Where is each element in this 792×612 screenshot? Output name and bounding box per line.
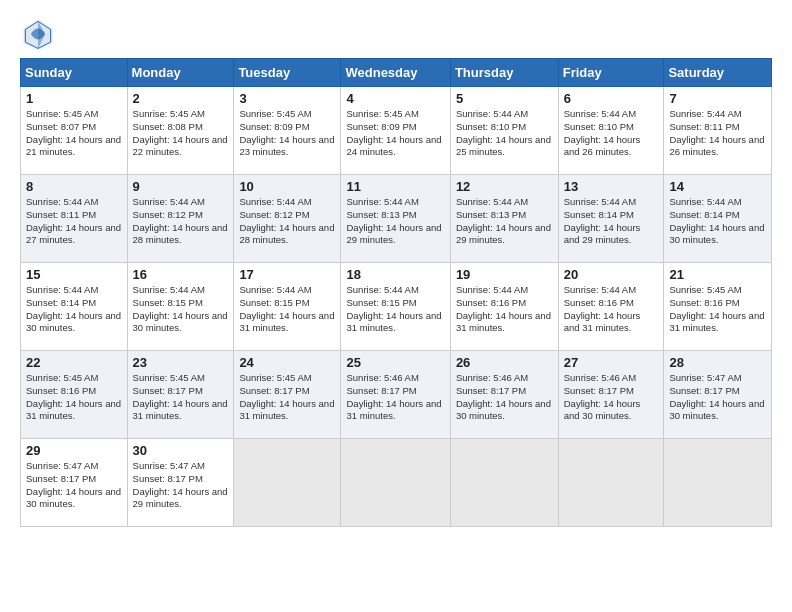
day-number: 19	[456, 267, 553, 282]
calendar-week-4: 22Sunrise: 5:45 AMSunset: 8:16 PMDayligh…	[21, 351, 772, 439]
day-number: 11	[346, 179, 444, 194]
calendar-cell	[341, 439, 450, 527]
day-number: 26	[456, 355, 553, 370]
cell-info: Sunrise: 5:47 AMSunset: 8:17 PMDaylight:…	[26, 460, 121, 509]
calendar-cell: 19Sunrise: 5:44 AMSunset: 8:16 PMDayligh…	[450, 263, 558, 351]
calendar-cell	[450, 439, 558, 527]
calendar-week-5: 29Sunrise: 5:47 AMSunset: 8:17 PMDayligh…	[21, 439, 772, 527]
cell-info: Sunrise: 5:46 AMSunset: 8:17 PMDaylight:…	[456, 372, 551, 421]
calendar-cell: 17Sunrise: 5:44 AMSunset: 8:15 PMDayligh…	[234, 263, 341, 351]
cell-info: Sunrise: 5:45 AMSunset: 8:16 PMDaylight:…	[26, 372, 121, 421]
cell-info: Sunrise: 5:45 AMSunset: 8:09 PMDaylight:…	[239, 108, 334, 157]
calendar-header-wednesday: Wednesday	[341, 59, 450, 87]
calendar-cell: 11Sunrise: 5:44 AMSunset: 8:13 PMDayligh…	[341, 175, 450, 263]
calendar-cell	[558, 439, 664, 527]
cell-info: Sunrise: 5:44 AMSunset: 8:11 PMDaylight:…	[26, 196, 121, 245]
calendar-week-2: 8Sunrise: 5:44 AMSunset: 8:11 PMDaylight…	[21, 175, 772, 263]
day-number: 12	[456, 179, 553, 194]
calendar-cell: 29Sunrise: 5:47 AMSunset: 8:17 PMDayligh…	[21, 439, 128, 527]
calendar-cell: 24Sunrise: 5:45 AMSunset: 8:17 PMDayligh…	[234, 351, 341, 439]
cell-info: Sunrise: 5:46 AMSunset: 8:17 PMDaylight:…	[346, 372, 441, 421]
calendar-header-thursday: Thursday	[450, 59, 558, 87]
cell-info: Sunrise: 5:44 AMSunset: 8:16 PMDaylight:…	[456, 284, 551, 333]
calendar-cell: 18Sunrise: 5:44 AMSunset: 8:15 PMDayligh…	[341, 263, 450, 351]
calendar-cell: 12Sunrise: 5:44 AMSunset: 8:13 PMDayligh…	[450, 175, 558, 263]
calendar-cell: 5Sunrise: 5:44 AMSunset: 8:10 PMDaylight…	[450, 87, 558, 175]
calendar-cell: 10Sunrise: 5:44 AMSunset: 8:12 PMDayligh…	[234, 175, 341, 263]
calendar-cell: 26Sunrise: 5:46 AMSunset: 8:17 PMDayligh…	[450, 351, 558, 439]
calendar-cell: 20Sunrise: 5:44 AMSunset: 8:16 PMDayligh…	[558, 263, 664, 351]
cell-info: Sunrise: 5:44 AMSunset: 8:11 PMDaylight:…	[669, 108, 764, 157]
page: SundayMondayTuesdayWednesdayThursdayFrid…	[0, 0, 792, 612]
calendar-header-sunday: Sunday	[21, 59, 128, 87]
calendar-header-saturday: Saturday	[664, 59, 772, 87]
day-number: 21	[669, 267, 766, 282]
day-number: 18	[346, 267, 444, 282]
calendar-cell: 25Sunrise: 5:46 AMSunset: 8:17 PMDayligh…	[341, 351, 450, 439]
day-number: 20	[564, 267, 659, 282]
day-number: 5	[456, 91, 553, 106]
day-number: 7	[669, 91, 766, 106]
calendar-cell: 30Sunrise: 5:47 AMSunset: 8:17 PMDayligh…	[127, 439, 234, 527]
day-number: 17	[239, 267, 335, 282]
calendar-header-tuesday: Tuesday	[234, 59, 341, 87]
cell-info: Sunrise: 5:44 AMSunset: 8:13 PMDaylight:…	[346, 196, 441, 245]
calendar-cell: 16Sunrise: 5:44 AMSunset: 8:15 PMDayligh…	[127, 263, 234, 351]
calendar-cell: 27Sunrise: 5:46 AMSunset: 8:17 PMDayligh…	[558, 351, 664, 439]
calendar-cell	[234, 439, 341, 527]
cell-info: Sunrise: 5:45 AMSunset: 8:16 PMDaylight:…	[669, 284, 764, 333]
logo-icon	[20, 16, 56, 52]
cell-info: Sunrise: 5:44 AMSunset: 8:14 PMDaylight:…	[26, 284, 121, 333]
calendar-table: SundayMondayTuesdayWednesdayThursdayFrid…	[20, 58, 772, 527]
calendar-cell	[664, 439, 772, 527]
calendar-cell: 28Sunrise: 5:47 AMSunset: 8:17 PMDayligh…	[664, 351, 772, 439]
calendar-week-3: 15Sunrise: 5:44 AMSunset: 8:14 PMDayligh…	[21, 263, 772, 351]
cell-info: Sunrise: 5:44 AMSunset: 8:12 PMDaylight:…	[133, 196, 228, 245]
day-number: 23	[133, 355, 229, 370]
day-number: 30	[133, 443, 229, 458]
cell-info: Sunrise: 5:47 AMSunset: 8:17 PMDaylight:…	[133, 460, 228, 509]
calendar-header-row: SundayMondayTuesdayWednesdayThursdayFrid…	[21, 59, 772, 87]
day-number: 25	[346, 355, 444, 370]
day-number: 27	[564, 355, 659, 370]
day-number: 8	[26, 179, 122, 194]
calendar-cell: 23Sunrise: 5:45 AMSunset: 8:17 PMDayligh…	[127, 351, 234, 439]
calendar-cell: 21Sunrise: 5:45 AMSunset: 8:16 PMDayligh…	[664, 263, 772, 351]
day-number: 9	[133, 179, 229, 194]
calendar-cell: 2Sunrise: 5:45 AMSunset: 8:08 PMDaylight…	[127, 87, 234, 175]
day-number: 29	[26, 443, 122, 458]
logo	[20, 16, 62, 52]
day-number: 1	[26, 91, 122, 106]
cell-info: Sunrise: 5:45 AMSunset: 8:09 PMDaylight:…	[346, 108, 441, 157]
cell-info: Sunrise: 5:45 AMSunset: 8:17 PMDaylight:…	[239, 372, 334, 421]
cell-info: Sunrise: 5:44 AMSunset: 8:14 PMDaylight:…	[669, 196, 764, 245]
calendar-cell: 9Sunrise: 5:44 AMSunset: 8:12 PMDaylight…	[127, 175, 234, 263]
cell-info: Sunrise: 5:44 AMSunset: 8:15 PMDaylight:…	[239, 284, 334, 333]
calendar-header-monday: Monday	[127, 59, 234, 87]
day-number: 13	[564, 179, 659, 194]
cell-info: Sunrise: 5:44 AMSunset: 8:10 PMDaylight:…	[564, 108, 641, 157]
calendar-cell: 13Sunrise: 5:44 AMSunset: 8:14 PMDayligh…	[558, 175, 664, 263]
calendar-cell: 8Sunrise: 5:44 AMSunset: 8:11 PMDaylight…	[21, 175, 128, 263]
day-number: 22	[26, 355, 122, 370]
day-number: 14	[669, 179, 766, 194]
cell-info: Sunrise: 5:44 AMSunset: 8:14 PMDaylight:…	[564, 196, 641, 245]
day-number: 15	[26, 267, 122, 282]
cell-info: Sunrise: 5:44 AMSunset: 8:12 PMDaylight:…	[239, 196, 334, 245]
cell-info: Sunrise: 5:44 AMSunset: 8:16 PMDaylight:…	[564, 284, 641, 333]
cell-info: Sunrise: 5:47 AMSunset: 8:17 PMDaylight:…	[669, 372, 764, 421]
day-number: 4	[346, 91, 444, 106]
calendar-cell: 14Sunrise: 5:44 AMSunset: 8:14 PMDayligh…	[664, 175, 772, 263]
calendar-cell: 22Sunrise: 5:45 AMSunset: 8:16 PMDayligh…	[21, 351, 128, 439]
calendar-week-1: 1Sunrise: 5:45 AMSunset: 8:07 PMDaylight…	[21, 87, 772, 175]
day-number: 10	[239, 179, 335, 194]
calendar-cell: 4Sunrise: 5:45 AMSunset: 8:09 PMDaylight…	[341, 87, 450, 175]
cell-info: Sunrise: 5:44 AMSunset: 8:15 PMDaylight:…	[346, 284, 441, 333]
cell-info: Sunrise: 5:44 AMSunset: 8:10 PMDaylight:…	[456, 108, 551, 157]
header-row	[20, 16, 772, 52]
cell-info: Sunrise: 5:44 AMSunset: 8:13 PMDaylight:…	[456, 196, 551, 245]
day-number: 3	[239, 91, 335, 106]
cell-info: Sunrise: 5:46 AMSunset: 8:17 PMDaylight:…	[564, 372, 641, 421]
day-number: 6	[564, 91, 659, 106]
cell-info: Sunrise: 5:45 AMSunset: 8:07 PMDaylight:…	[26, 108, 121, 157]
